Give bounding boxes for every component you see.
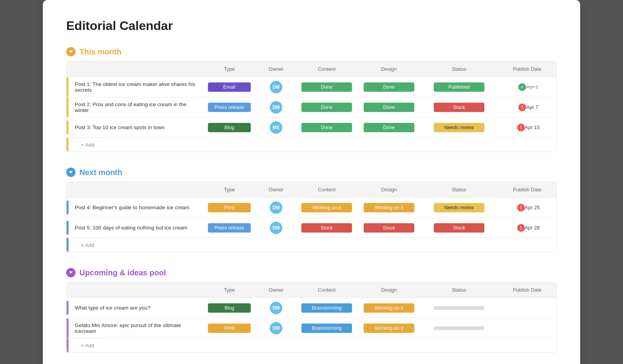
section-title: Next month [79, 168, 122, 177]
type-cell: Press release [202, 100, 257, 114]
add-row-bar [67, 338, 69, 352]
content-badge[interactable]: Done [301, 103, 352, 112]
col-header-owner: Owner [257, 65, 296, 74]
alert-icon: ! [517, 224, 525, 232]
page-title: Editorial Calendar [66, 19, 557, 33]
type-badge[interactable]: Print [208, 203, 251, 212]
status-badge[interactable] [434, 326, 484, 330]
content-badge[interactable]: Brainstorming [301, 324, 352, 333]
section-chevron-icon[interactable] [66, 168, 76, 177]
col-header-title [67, 185, 202, 194]
type-cell: Blog [202, 301, 257, 315]
row-title: Post 4: Beginner's guide to homemade ice… [69, 201, 193, 214]
publish-date-cell: !Apr 25 [498, 201, 556, 214]
type-badge[interactable]: Blog [208, 123, 251, 132]
design-cell: Stuck [358, 221, 420, 235]
table-row: Post 5: 100 days of eating nothing but i… [67, 218, 556, 238]
svg-marker-1 [69, 171, 73, 173]
design-badge[interactable]: Done [364, 82, 414, 92]
row-title: Post 3: Top 10 ice cream spots in town [69, 121, 168, 134]
status-badge[interactable]: Published [434, 82, 484, 92]
col-header-status: Status [420, 285, 498, 294]
status-cell: Published [420, 80, 498, 94]
status-badge[interactable]: Stuck [434, 223, 484, 233]
table-row: Gelato Mio Amore: epic pursuit of the ul… [67, 318, 556, 338]
owner-cell: DM [257, 99, 296, 116]
type-badge[interactable]: Press release [208, 103, 251, 112]
status-badge[interactable]: Needs review [434, 123, 484, 132]
status-badge[interactable]: Needs review [434, 203, 484, 212]
design-badge[interactable]: Done [364, 123, 414, 132]
col-header-design: Design [358, 285, 420, 294]
main-card: Editorial Calendar This monthTypeOwnerCo… [43, 0, 580, 364]
publish-date-cell [498, 326, 556, 331]
col-header-content: Content [296, 285, 358, 294]
table-row: What type of ice cream are you?BlogDMBra… [67, 298, 556, 318]
design-badge[interactable]: Done [364, 103, 414, 112]
type-badge[interactable]: Email [208, 82, 251, 92]
col-header-status: Status [420, 65, 498, 74]
owner-cell: DM [257, 299, 296, 317]
alert-icon: ! [518, 103, 526, 111]
content-cell: Brainstorming [296, 301, 358, 315]
add-row-button[interactable]: + Add [75, 338, 100, 352]
table-container: TypeOwnerContentDesignStatusPublish Date… [66, 61, 557, 152]
table-container: TypeOwnerContentDesignStatusPublish Date… [66, 182, 557, 252]
publish-date: Apr 25 [525, 205, 540, 210]
svg-marker-0 [69, 51, 73, 53]
status-badge[interactable]: Stuck [434, 103, 484, 112]
section-header: This month [66, 47, 557, 56]
content-cell: Done [296, 100, 358, 114]
content-cell: Done [296, 80, 358, 94]
publish-date-cell: ✓Apr 2 [498, 81, 556, 93]
type-badge[interactable]: Blog [208, 303, 251, 313]
design-badge[interactable]: Stuck [364, 223, 414, 233]
content-badge[interactable]: Brainstorming [301, 303, 352, 313]
content-badge[interactable]: Done [301, 82, 352, 92]
publish-date-cell: !Apr 28 [498, 222, 556, 234]
design-badge[interactable]: Working on it [364, 324, 414, 333]
content-cell: Done [296, 121, 358, 135]
content-badge[interactable]: Working on it [301, 203, 352, 212]
add-row-button[interactable]: + Add [75, 138, 100, 152]
table-row: Post 1: The oldest ice cream maker alive… [67, 77, 556, 97]
col-header-type: Type [202, 285, 257, 294]
owner-cell: DM [257, 320, 296, 337]
section-chevron-icon[interactable] [66, 268, 76, 277]
publish-date: Apr 28 [525, 225, 540, 231]
content-cell: Working on it [296, 201, 358, 215]
col-header-design: Design [358, 185, 420, 194]
add-row-bar [67, 138, 69, 152]
type-badge[interactable]: Print [208, 324, 251, 333]
col-header-title [67, 285, 202, 294]
section-next-month: Next monthTypeOwnerContentDesignStatusPu… [66, 168, 557, 252]
design-badge[interactable]: Working on it [364, 303, 414, 313]
col-header-owner: Owner [257, 285, 296, 294]
avatar: DM [270, 201, 282, 214]
type-cell: Print [202, 201, 257, 215]
title-cell: Post 2: Pros and cons of eating ice crea… [67, 98, 202, 117]
section-title: Upcoming & ideas pool [79, 268, 166, 277]
type-cell: Print [202, 321, 257, 335]
status-cell: Needs review [420, 201, 498, 215]
type-badge[interactable]: Press release [208, 223, 251, 233]
col-header-publish-date: Publish Date [498, 65, 556, 74]
owner-cell: MS [257, 119, 296, 136]
content-badge[interactable]: Stuck [301, 223, 352, 233]
check-icon: ✓ [518, 83, 526, 91]
add-row-button[interactable]: + Add [75, 238, 100, 252]
title-cell: Post 4: Beginner's guide to homemade ice… [67, 201, 202, 214]
status-badge[interactable] [434, 306, 484, 310]
design-cell: Working on it [358, 201, 420, 215]
design-cell: Working on it [358, 301, 420, 315]
section-chevron-icon[interactable] [66, 47, 76, 56]
title-cell: Post 5: 100 days of eating nothing but i… [67, 221, 202, 234]
col-header-publish-date: Publish Date [498, 185, 556, 194]
type-cell: Blog [202, 121, 257, 135]
svg-marker-2 [69, 271, 73, 274]
add-row-bar [67, 238, 69, 252]
design-cell: Done [358, 100, 420, 114]
col-header-type: Type [202, 185, 257, 194]
content-badge[interactable]: Done [301, 123, 352, 132]
design-badge[interactable]: Working on it [364, 203, 414, 212]
